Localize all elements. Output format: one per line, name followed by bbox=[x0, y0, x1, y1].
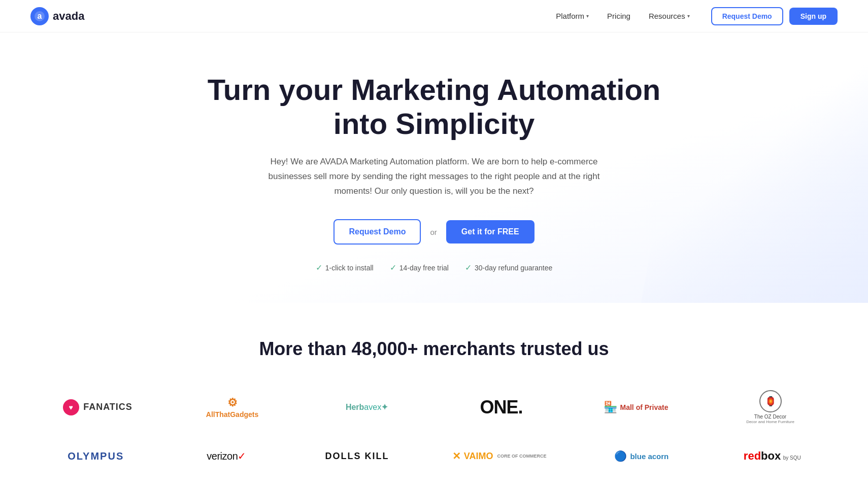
logo-fanatics: ♥ FANATICS bbox=[62, 399, 133, 415]
nav-links: Platform ▾ Pricing Resources ▾ Request D… bbox=[549, 7, 838, 25]
hero-or-text: or bbox=[430, 228, 437, 236]
logo-icon: a bbox=[30, 7, 49, 25]
svg-text:a: a bbox=[38, 12, 42, 20]
nav-platform[interactable]: Platform ▾ bbox=[549, 8, 596, 24]
ozdecor-icon: 🏮 bbox=[759, 390, 782, 412]
logo[interactable]: a avada bbox=[30, 7, 84, 25]
logo-one: ONE. bbox=[466, 397, 537, 418]
nav-pricing[interactable]: Pricing bbox=[600, 8, 638, 24]
logo-ozdecor: 🏮 The OZ Decor Decor and Home Furniture bbox=[735, 390, 806, 424]
check-icon: ✓ bbox=[316, 263, 322, 272]
logo-herbavex: Herbavex✦ bbox=[331, 402, 403, 412]
fanatics-icon: ♥ bbox=[63, 399, 79, 415]
badge-trial: ✓ 14-day free trial bbox=[390, 263, 449, 272]
check-icon: ✓ bbox=[390, 263, 396, 272]
nav-cta: Request Demo Sign up bbox=[711, 7, 838, 25]
trusted-section: More than 48,000+ merchants trusted us ♥… bbox=[0, 303, 868, 487]
hero-subtitle: Hey! We are AVADA Marketing Automation p… bbox=[261, 155, 607, 199]
logo-blueacorn: 🔵 blue acorn bbox=[606, 450, 677, 462]
vaimo-icon: ✕ bbox=[452, 450, 461, 462]
logo-vaimo: ✕ VAIMO CORE OF COMMERCE bbox=[452, 450, 547, 462]
nav-resources[interactable]: Resources ▾ bbox=[642, 8, 697, 24]
logo-verizon: verizon✓ bbox=[191, 450, 262, 462]
logo-dollskill: DOLLS KILL bbox=[321, 451, 392, 462]
logo-allthatgadgets: ⚙ AllThatGadgets bbox=[197, 396, 268, 419]
allthat-icon: ⚙ bbox=[227, 396, 238, 409]
blueacorn-icon: 🔵 bbox=[614, 450, 627, 462]
hero-request-demo-button[interactable]: Request Demo bbox=[333, 219, 421, 245]
hero-trust-badges: ✓ 1-click to install ✓ 14-day free trial… bbox=[20, 263, 848, 272]
badge-install: ✓ 1-click to install bbox=[316, 263, 374, 272]
logo-text: avada bbox=[53, 10, 84, 23]
hero-section: Turn your Marketing Automation into Simp… bbox=[0, 32, 868, 303]
nav-signup-button[interactable]: Sign up bbox=[789, 8, 838, 25]
logo-redbox: redbox by SQU bbox=[737, 449, 808, 463]
logo-olympus: OLYMPUS bbox=[60, 450, 131, 462]
hero-title: Turn your Marketing Automation into Simp… bbox=[206, 73, 662, 141]
logos-row-2: OLYMPUS verizon✓ DOLLS KILL ✕ VAIMO CORE… bbox=[30, 449, 838, 463]
mall-icon: 🏪 bbox=[604, 401, 617, 414]
nav-request-demo-button[interactable]: Request Demo bbox=[711, 7, 783, 25]
navbar: a avada Platform ▾ Pricing Resources ▾ R… bbox=[0, 0, 868, 32]
platform-chevron-icon: ▾ bbox=[586, 13, 589, 19]
trusted-title: More than 48,000+ merchants trusted us bbox=[30, 338, 838, 360]
hero-buttons: Request Demo or Get it for FREE bbox=[20, 219, 848, 245]
hero-content: Turn your Marketing Automation into Simp… bbox=[20, 73, 848, 272]
hero-get-free-button[interactable]: Get it for FREE bbox=[446, 220, 535, 244]
resources-chevron-icon: ▾ bbox=[687, 13, 690, 19]
badge-refund: ✓ 30-day refund guarantee bbox=[465, 263, 552, 272]
check-icon: ✓ bbox=[465, 263, 472, 272]
logo-mallofprivate: 🏪 Mall of Private bbox=[600, 401, 672, 414]
logos-row-1: ♥ FANATICS ⚙ AllThatGadgets Herbavex✦ ON… bbox=[30, 390, 838, 424]
